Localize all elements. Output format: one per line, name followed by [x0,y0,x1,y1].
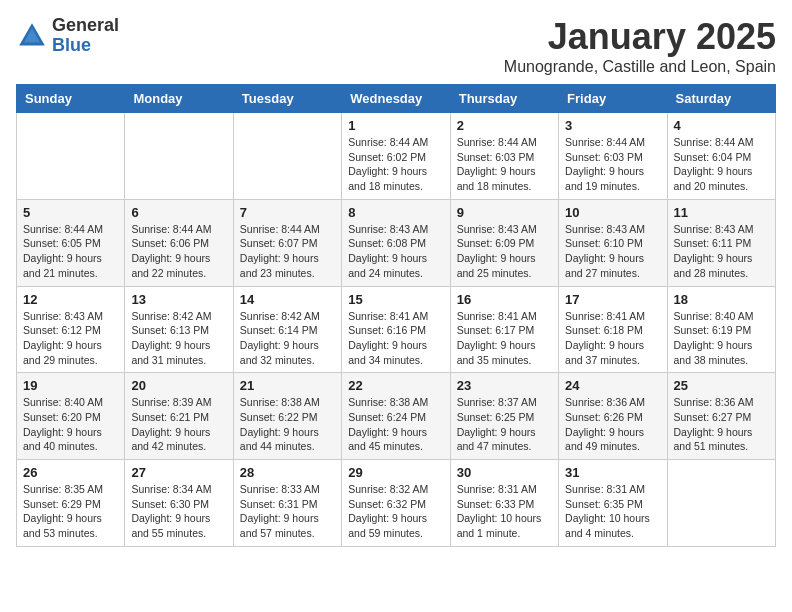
day-info: Sunrise: 8:34 AM Sunset: 6:30 PM Dayligh… [131,482,226,541]
day-info: Sunrise: 8:44 AM Sunset: 6:05 PM Dayligh… [23,222,118,281]
day-number: 26 [23,465,118,480]
day-info: Sunrise: 8:42 AM Sunset: 6:13 PM Dayligh… [131,309,226,368]
day-number: 29 [348,465,443,480]
calendar-cell: 12Sunrise: 8:43 AM Sunset: 6:12 PM Dayli… [17,286,125,373]
day-info: Sunrise: 8:43 AM Sunset: 6:09 PM Dayligh… [457,222,552,281]
title-section: January 2025 Munogrande, Castille and Le… [504,16,776,76]
calendar-cell [667,460,775,547]
calendar-cell: 1Sunrise: 8:44 AM Sunset: 6:02 PM Daylig… [342,113,450,200]
day-number: 20 [131,378,226,393]
calendar-cell: 18Sunrise: 8:40 AM Sunset: 6:19 PM Dayli… [667,286,775,373]
day-info: Sunrise: 8:44 AM Sunset: 6:03 PM Dayligh… [457,135,552,194]
calendar-cell: 24Sunrise: 8:36 AM Sunset: 6:26 PM Dayli… [559,373,667,460]
calendar-cell: 27Sunrise: 8:34 AM Sunset: 6:30 PM Dayli… [125,460,233,547]
day-info: Sunrise: 8:44 AM Sunset: 6:03 PM Dayligh… [565,135,660,194]
day-info: Sunrise: 8:38 AM Sunset: 6:24 PM Dayligh… [348,395,443,454]
day-info: Sunrise: 8:44 AM Sunset: 6:07 PM Dayligh… [240,222,335,281]
calendar-cell: 30Sunrise: 8:31 AM Sunset: 6:33 PM Dayli… [450,460,558,547]
logo: General Blue [16,16,119,56]
calendar-cell: 7Sunrise: 8:44 AM Sunset: 6:07 PM Daylig… [233,199,341,286]
day-info: Sunrise: 8:42 AM Sunset: 6:14 PM Dayligh… [240,309,335,368]
day-info: Sunrise: 8:31 AM Sunset: 6:35 PM Dayligh… [565,482,660,541]
weekday-header-friday: Friday [559,85,667,113]
day-info: Sunrise: 8:44 AM Sunset: 6:02 PM Dayligh… [348,135,443,194]
calendar-cell: 10Sunrise: 8:43 AM Sunset: 6:10 PM Dayli… [559,199,667,286]
day-number: 1 [348,118,443,133]
calendar-cell: 23Sunrise: 8:37 AM Sunset: 6:25 PM Dayli… [450,373,558,460]
day-info: Sunrise: 8:44 AM Sunset: 6:04 PM Dayligh… [674,135,769,194]
day-info: Sunrise: 8:38 AM Sunset: 6:22 PM Dayligh… [240,395,335,454]
day-number: 22 [348,378,443,393]
calendar-cell: 15Sunrise: 8:41 AM Sunset: 6:16 PM Dayli… [342,286,450,373]
calendar-week-row: 5Sunrise: 8:44 AM Sunset: 6:05 PM Daylig… [17,199,776,286]
day-number: 7 [240,205,335,220]
day-number: 24 [565,378,660,393]
day-info: Sunrise: 8:36 AM Sunset: 6:27 PM Dayligh… [674,395,769,454]
day-number: 10 [565,205,660,220]
calendar-week-row: 19Sunrise: 8:40 AM Sunset: 6:20 PM Dayli… [17,373,776,460]
logo-blue-text: Blue [52,36,119,56]
day-info: Sunrise: 8:41 AM Sunset: 6:18 PM Dayligh… [565,309,660,368]
day-info: Sunrise: 8:32 AM Sunset: 6:32 PM Dayligh… [348,482,443,541]
day-number: 6 [131,205,226,220]
calendar-cell: 14Sunrise: 8:42 AM Sunset: 6:14 PM Dayli… [233,286,341,373]
day-number: 16 [457,292,552,307]
day-info: Sunrise: 8:37 AM Sunset: 6:25 PM Dayligh… [457,395,552,454]
day-info: Sunrise: 8:43 AM Sunset: 6:10 PM Dayligh… [565,222,660,281]
calendar-week-row: 26Sunrise: 8:35 AM Sunset: 6:29 PM Dayli… [17,460,776,547]
day-info: Sunrise: 8:40 AM Sunset: 6:20 PM Dayligh… [23,395,118,454]
calendar-cell: 9Sunrise: 8:43 AM Sunset: 6:09 PM Daylig… [450,199,558,286]
calendar-cell: 11Sunrise: 8:43 AM Sunset: 6:11 PM Dayli… [667,199,775,286]
day-number: 18 [674,292,769,307]
day-info: Sunrise: 8:41 AM Sunset: 6:17 PM Dayligh… [457,309,552,368]
calendar-cell: 4Sunrise: 8:44 AM Sunset: 6:04 PM Daylig… [667,113,775,200]
weekday-header-row: SundayMondayTuesdayWednesdayThursdayFrid… [17,85,776,113]
calendar-cell: 25Sunrise: 8:36 AM Sunset: 6:27 PM Dayli… [667,373,775,460]
day-number: 13 [131,292,226,307]
day-info: Sunrise: 8:35 AM Sunset: 6:29 PM Dayligh… [23,482,118,541]
day-number: 2 [457,118,552,133]
day-number: 19 [23,378,118,393]
calendar-cell: 13Sunrise: 8:42 AM Sunset: 6:13 PM Dayli… [125,286,233,373]
weekday-header-tuesday: Tuesday [233,85,341,113]
day-info: Sunrise: 8:43 AM Sunset: 6:08 PM Dayligh… [348,222,443,281]
calendar-cell: 8Sunrise: 8:43 AM Sunset: 6:08 PM Daylig… [342,199,450,286]
calendar-cell: 28Sunrise: 8:33 AM Sunset: 6:31 PM Dayli… [233,460,341,547]
calendar-cell [17,113,125,200]
day-number: 9 [457,205,552,220]
calendar-cell: 20Sunrise: 8:39 AM Sunset: 6:21 PM Dayli… [125,373,233,460]
day-number: 4 [674,118,769,133]
calendar-table: SundayMondayTuesdayWednesdayThursdayFrid… [16,84,776,547]
calendar-cell: 3Sunrise: 8:44 AM Sunset: 6:03 PM Daylig… [559,113,667,200]
location-title: Munogrande, Castille and Leon, Spain [504,58,776,76]
logo-icon [16,20,48,52]
day-info: Sunrise: 8:44 AM Sunset: 6:06 PM Dayligh… [131,222,226,281]
day-info: Sunrise: 8:31 AM Sunset: 6:33 PM Dayligh… [457,482,552,541]
weekday-header-wednesday: Wednesday [342,85,450,113]
day-number: 23 [457,378,552,393]
calendar-cell: 29Sunrise: 8:32 AM Sunset: 6:32 PM Dayli… [342,460,450,547]
calendar-cell: 16Sunrise: 8:41 AM Sunset: 6:17 PM Dayli… [450,286,558,373]
logo-general-text: General [52,16,119,36]
calendar-cell [233,113,341,200]
day-number: 8 [348,205,443,220]
day-info: Sunrise: 8:43 AM Sunset: 6:11 PM Dayligh… [674,222,769,281]
month-title: January 2025 [504,16,776,58]
calendar-cell: 5Sunrise: 8:44 AM Sunset: 6:05 PM Daylig… [17,199,125,286]
day-number: 21 [240,378,335,393]
day-number: 15 [348,292,443,307]
day-number: 31 [565,465,660,480]
day-number: 25 [674,378,769,393]
page-header: General Blue January 2025 Munogrande, Ca… [16,16,776,76]
weekday-header-monday: Monday [125,85,233,113]
calendar-cell: 26Sunrise: 8:35 AM Sunset: 6:29 PM Dayli… [17,460,125,547]
day-info: Sunrise: 8:33 AM Sunset: 6:31 PM Dayligh… [240,482,335,541]
day-number: 11 [674,205,769,220]
weekday-header-saturday: Saturday [667,85,775,113]
calendar-cell: 2Sunrise: 8:44 AM Sunset: 6:03 PM Daylig… [450,113,558,200]
weekday-header-thursday: Thursday [450,85,558,113]
day-number: 14 [240,292,335,307]
day-number: 30 [457,465,552,480]
weekday-header-sunday: Sunday [17,85,125,113]
calendar-cell: 19Sunrise: 8:40 AM Sunset: 6:20 PM Dayli… [17,373,125,460]
